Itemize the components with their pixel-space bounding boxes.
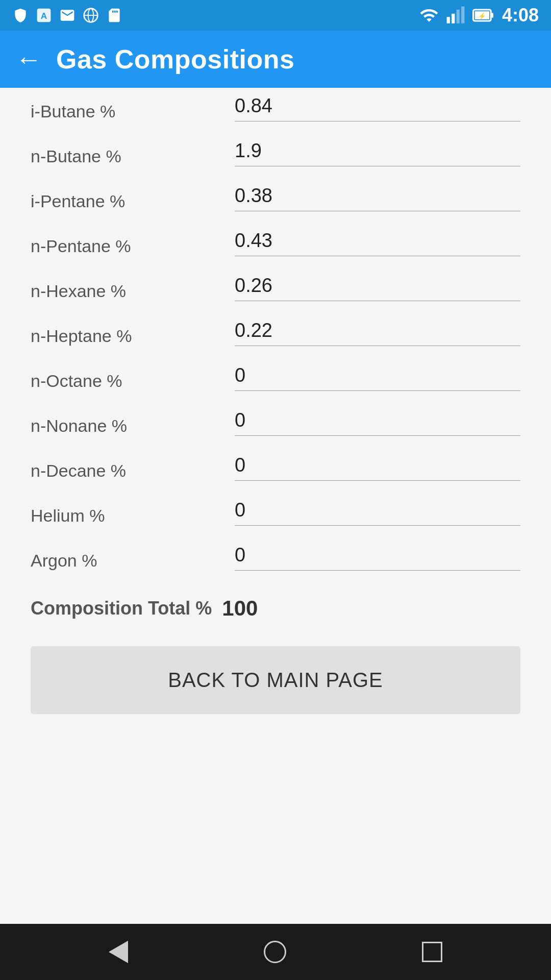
field-input-container-n-octane xyxy=(235,361,520,391)
field-label-n-octane: n-Octane % xyxy=(31,371,224,391)
mail-icon xyxy=(59,7,76,23)
content-area: i-Butane % n-Butane % i-Pentane % n-Pent… xyxy=(0,88,551,924)
back-triangle-icon xyxy=(109,941,128,963)
svg-text:⚡: ⚡ xyxy=(478,12,486,20)
field-input-n-nonane[interactable] xyxy=(235,406,520,436)
field-input-i-butane[interactable] xyxy=(235,92,520,121)
field-input-container-n-pentane xyxy=(235,227,520,256)
sd-card-icon xyxy=(106,7,122,23)
field-row-n-hexane: n-Hexane % xyxy=(31,256,520,301)
field-input-container-argon xyxy=(235,541,520,571)
globe-icon xyxy=(83,7,99,23)
field-label-n-pentane: n-Pentane % xyxy=(31,236,224,256)
field-input-n-hexane[interactable] xyxy=(235,272,520,301)
field-input-i-pentane[interactable] xyxy=(235,182,520,211)
field-label-n-butane: n-Butane % xyxy=(31,146,224,166)
composition-total-row: Composition Total % 100 xyxy=(31,571,520,641)
composition-total-value: 100 xyxy=(222,596,520,621)
wifi-icon xyxy=(419,6,439,25)
field-input-n-pentane[interactable] xyxy=(235,227,520,256)
back-to-main-button[interactable]: BACK TO MAIN PAGE xyxy=(31,646,520,714)
nav-back-button[interactable] xyxy=(109,941,128,963)
signal-icon xyxy=(446,6,465,25)
field-label-i-butane: i-Butane % xyxy=(31,102,224,121)
field-input-container-i-butane xyxy=(235,92,520,121)
field-row-helium: Helium % xyxy=(31,481,520,526)
time-display: 4:08 xyxy=(502,5,539,26)
field-row-n-decane: n-Decane % xyxy=(31,436,520,481)
status-icons-left: A xyxy=(12,7,122,23)
field-label-n-nonane: n-Nonane % xyxy=(31,416,224,436)
field-input-helium[interactable] xyxy=(235,496,520,526)
field-input-container-i-pentane xyxy=(235,182,520,211)
field-row-i-pentane: i-Pentane % xyxy=(31,166,520,211)
composition-total-label: Composition Total % xyxy=(31,598,212,619)
svg-rect-6 xyxy=(452,14,455,23)
field-input-n-heptane[interactable] xyxy=(235,316,520,346)
app-bar: ← Gas Compositions xyxy=(0,31,551,88)
nav-bar xyxy=(0,924,551,980)
field-input-container-n-butane xyxy=(235,137,520,166)
svg-rect-8 xyxy=(461,7,464,23)
svg-rect-5 xyxy=(447,17,450,23)
field-row-n-heptane: n-Heptane % xyxy=(31,301,520,346)
recents-square-icon xyxy=(422,942,442,962)
field-label-n-heptane: n-Heptane % xyxy=(31,326,224,346)
status-icons-right: ⚡ 4:08 xyxy=(419,5,539,26)
svg-text:A: A xyxy=(41,11,47,21)
svg-rect-7 xyxy=(457,10,460,23)
field-label-n-hexane: n-Hexane % xyxy=(31,281,224,301)
field-row-n-pentane: n-Pentane % xyxy=(31,211,520,256)
shield-icon xyxy=(12,7,29,23)
field-row-n-octane: n-Octane % xyxy=(31,346,520,391)
field-row-n-butane: n-Butane % xyxy=(31,121,520,166)
field-input-argon[interactable] xyxy=(235,541,520,571)
field-label-n-decane: n-Decane % xyxy=(31,461,224,481)
app-bar-title: Gas Compositions xyxy=(56,44,294,75)
nav-recents-button[interactable] xyxy=(422,942,442,962)
field-input-container-n-heptane xyxy=(235,316,520,346)
field-row-i-butane: i-Butane % xyxy=(31,88,520,121)
field-label-helium: Helium % xyxy=(31,506,224,526)
a-icon: A xyxy=(36,7,52,23)
home-circle-icon xyxy=(264,941,286,963)
field-input-n-octane[interactable] xyxy=(235,361,520,391)
field-input-n-decane[interactable] xyxy=(235,451,520,481)
field-input-container-n-hexane xyxy=(235,272,520,301)
field-label-i-pentane: i-Pentane % xyxy=(31,191,224,211)
field-input-container-n-nonane xyxy=(235,406,520,436)
field-row-n-nonane: n-Nonane % xyxy=(31,391,520,436)
back-arrow-button[interactable]: ← xyxy=(15,46,42,72)
field-input-container-n-decane xyxy=(235,451,520,481)
battery-icon: ⚡ xyxy=(472,6,495,25)
field-input-container-helium xyxy=(235,496,520,526)
nav-home-button[interactable] xyxy=(264,941,286,963)
status-bar: A ⚡ 4:08 xyxy=(0,0,551,31)
field-input-n-butane[interactable] xyxy=(235,137,520,166)
field-row-argon: Argon % xyxy=(31,526,520,571)
field-label-argon: Argon % xyxy=(31,551,224,571)
svg-rect-10 xyxy=(491,13,493,17)
